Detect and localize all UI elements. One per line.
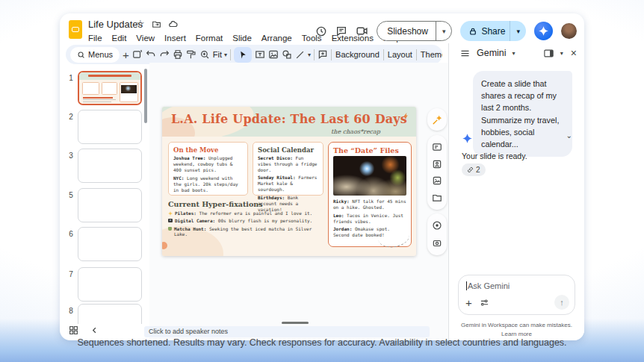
grid-view-icon[interactable] bbox=[69, 325, 78, 335]
slide-title[interactable]: L.A. Life Update: The Last 60 Days bbox=[162, 112, 416, 126]
slide-number: 7 bbox=[66, 270, 76, 278]
close-panel-icon[interactable]: × bbox=[571, 47, 577, 59]
version-history-icon[interactable] bbox=[315, 25, 327, 37]
slide-canvas[interactable]: L.A. Life Update: The Last 60 Days the c… bbox=[149, 63, 448, 340]
hamburger-icon[interactable] bbox=[459, 48, 471, 59]
star-icon[interactable]: ☆ bbox=[136, 19, 145, 29]
menu-format[interactable]: Format bbox=[196, 34, 223, 43]
gemini-title-dropdown[interactable]: ▾ bbox=[513, 50, 515, 57]
menu-file[interactable]: File bbox=[88, 34, 102, 43]
line-tool-dropdown[interactable]: ▾ bbox=[308, 52, 311, 58]
theme-button[interactable]: Theme bbox=[420, 50, 442, 59]
select-tool[interactable] bbox=[234, 47, 252, 63]
gemini-button[interactable] bbox=[534, 22, 553, 40]
lightning-bolt-icon bbox=[402, 112, 410, 120]
card-date-files[interactable]: The “Date” Files Ricky: NFT talk for 45 … bbox=[328, 142, 412, 247]
sources-chip[interactable]: 2 bbox=[462, 163, 486, 176]
slide-number: 5 bbox=[66, 191, 76, 199]
meet-camera-icon[interactable] bbox=[356, 25, 368, 37]
tune-icon[interactable] bbox=[480, 298, 489, 308]
send-button[interactable]: ↑ bbox=[554, 295, 569, 310]
slide-thumbnail-6[interactable] bbox=[78, 227, 142, 261]
account-avatar[interactable] bbox=[561, 23, 577, 39]
slideshow-dropdown[interactable]: ▾ bbox=[436, 28, 452, 35]
gemini-status-text: Your slide is ready. bbox=[462, 152, 527, 160]
add-comment-tool[interactable] bbox=[318, 49, 328, 60]
slideshow-button[interactable]: Slideshow bbox=[377, 26, 436, 37]
card-on-the-move[interactable]: On the Move Joshua Tree: Unplugged weeke… bbox=[168, 142, 248, 196]
fit-zoom-select[interactable]: Fit▾ bbox=[213, 50, 227, 59]
app-window: Life Updates ☆ File Edit View Insert For… bbox=[60, 13, 584, 340]
attach-plus-icon[interactable]: + bbox=[465, 298, 472, 308]
gemini-panel: Gemini ▾ ▾ × Create a slide that shares … bbox=[448, 43, 584, 340]
print-icon[interactable] bbox=[173, 49, 183, 60]
sparkle-icon bbox=[168, 211, 173, 216]
search-icon bbox=[77, 51, 85, 59]
card-social-calendar[interactable]: Social Calendar Secret Disco: Fun vibes … bbox=[253, 142, 323, 196]
menu-arrange[interactable]: Arrange bbox=[261, 34, 292, 43]
redo-icon[interactable] bbox=[159, 49, 170, 60]
folder-icon[interactable] bbox=[432, 193, 442, 203]
lock-icon bbox=[460, 27, 477, 36]
shapes-tool[interactable] bbox=[282, 49, 292, 60]
main-toolbar: Menus + Fit▾ bbox=[66, 45, 442, 64]
share-dropdown[interactable]: ▾ bbox=[510, 28, 526, 35]
move-folder-icon[interactable] bbox=[152, 19, 161, 29]
comments-icon[interactable] bbox=[335, 25, 347, 37]
apps-rail-group bbox=[427, 135, 447, 210]
matcha-cup-icon bbox=[168, 227, 172, 231]
capture-rail-group bbox=[427, 213, 447, 255]
ask-gemini-input[interactable]: Ask Gemini + ↑ bbox=[458, 275, 575, 315]
slide-thumbnail-5[interactable] bbox=[78, 188, 142, 222]
background-button[interactable]: Background bbox=[335, 50, 380, 59]
contacts-icon[interactable] bbox=[432, 159, 442, 169]
menu-insert[interactable]: Insert bbox=[164, 34, 186, 43]
collapse-response-chevron[interactable]: ⌄ bbox=[566, 131, 572, 140]
slide-thumbnail-1[interactable] bbox=[78, 71, 142, 105]
document-title[interactable]: Life Updates bbox=[88, 19, 143, 30]
video-caption: Sequences shortened. Results may vary. C… bbox=[0, 337, 644, 348]
current-slide[interactable]: L.A. Life Update: The Last 60 Days the c… bbox=[162, 107, 416, 256]
zoom-icon[interactable] bbox=[199, 49, 210, 60]
slide-number: 3 bbox=[66, 152, 76, 160]
slide-thumbnail-8[interactable] bbox=[78, 304, 142, 324]
text-cursor bbox=[466, 281, 467, 290]
layout-button[interactable]: Layout bbox=[387, 50, 413, 59]
panel-layout-icon[interactable] bbox=[543, 48, 554, 59]
gemini-disclaimer: Gemini in Workspace can make mistakes. L… bbox=[449, 321, 584, 339]
gemini-wand-icon[interactable] bbox=[432, 114, 443, 125]
paint-format-icon[interactable] bbox=[186, 49, 196, 60]
gemini-panel-title[interactable]: Gemini bbox=[477, 48, 507, 58]
share-button[interactable]: Share bbox=[477, 26, 510, 37]
line-tool[interactable] bbox=[295, 50, 305, 60]
menu-slide[interactable]: Slide bbox=[232, 34, 252, 43]
slide-thumbnail-7[interactable] bbox=[78, 267, 142, 302]
notes-resize-handle[interactable] bbox=[282, 322, 309, 324]
photos-icon[interactable] bbox=[432, 175, 442, 186]
card-hyper-fixations[interactable]: Current Hyper-fixations Pilates: The ref… bbox=[168, 200, 326, 240]
speaker-notes[interactable]: Click to add speaker notes bbox=[144, 326, 430, 337]
menus-search-button[interactable]: Menus bbox=[70, 47, 120, 63]
slide-thumbnail-2[interactable] bbox=[78, 110, 142, 144]
cloud-status-icon[interactable] bbox=[168, 19, 179, 29]
camera-rail-icon[interactable] bbox=[432, 238, 442, 249]
collapse-filmstrip-chevron[interactable] bbox=[90, 326, 99, 334]
record-icon[interactable] bbox=[432, 220, 442, 231]
learn-more-link[interactable]: Learn more bbox=[501, 331, 532, 337]
new-slide-button[interactable]: + bbox=[123, 49, 129, 61]
slide-thumbnail-3[interactable] bbox=[78, 149, 142, 183]
filmstrip-scrollbar[interactable] bbox=[144, 69, 147, 123]
panel-layout-dropdown[interactable]: ▾ bbox=[560, 50, 563, 57]
link-icon bbox=[467, 166, 474, 173]
insert-image-tool[interactable] bbox=[268, 49, 279, 60]
new-slide-layout-button[interactable] bbox=[132, 49, 143, 60]
menu-edit[interactable]: Edit bbox=[112, 34, 127, 43]
textbox-tool[interactable] bbox=[255, 49, 265, 60]
dinner-photo bbox=[333, 156, 406, 196]
menu-view[interactable]: View bbox=[136, 34, 155, 43]
notes-card-icon[interactable] bbox=[432, 142, 442, 152]
slide-number: 2 bbox=[66, 113, 76, 121]
undo-icon[interactable] bbox=[146, 49, 156, 60]
slide-subtitle[interactable]: the chaos*recap bbox=[331, 128, 380, 135]
slides-logo[interactable] bbox=[69, 20, 82, 39]
